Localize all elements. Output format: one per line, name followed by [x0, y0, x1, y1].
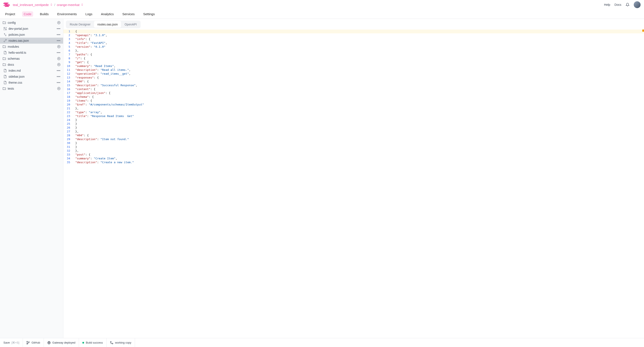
tree-item-label: hello-world.ts — [8, 51, 26, 54]
logo[interactable] — [4, 2, 10, 7]
nav-tab-services[interactable]: Services — [121, 11, 136, 17]
breadcrumb-project[interactable]: teal_irrelevant_centipede — [13, 3, 53, 7]
code-line[interactable]: 26} — [63, 126, 644, 130]
folder-schemas[interactable]: schemas — [0, 56, 63, 62]
more-icon[interactable]: ••• — [57, 75, 60, 78]
code-line[interactable]: 29"description": "Item not found." — [63, 137, 644, 141]
code-line[interactable]: 30} — [63, 141, 644, 145]
help-link[interactable]: Help — [604, 3, 610, 6]
line-number: 4 — [63, 41, 74, 45]
folder-tests[interactable]: tests — [0, 86, 63, 92]
add-icon[interactable] — [57, 57, 60, 60]
code-line[interactable]: 35"description": "Create a new item." — [63, 160, 644, 164]
line-number: 30 — [63, 141, 74, 145]
github-button[interactable]: GitHub — [23, 338, 44, 347]
add-icon[interactable] — [57, 63, 60, 66]
gateway-status[interactable]: Gateway deployed — [44, 338, 79, 347]
nav-tab-settings[interactable]: Settings — [142, 11, 156, 17]
code-line[interactable]: 34"summary": "Create Item", — [63, 156, 644, 160]
tree-item-label: dev-portal.json — [8, 27, 28, 30]
code-line[interactable]: 11"description": "Read all items.", — [63, 68, 644, 72]
code-line[interactable]: 27}, — [63, 130, 644, 134]
code-line[interactable]: 1{ — [63, 30, 644, 33]
docs-link[interactable]: Docs — [614, 3, 621, 6]
code-line[interactable]: 14"200": { — [63, 80, 644, 84]
nav-tab-logs[interactable]: Logs — [84, 11, 94, 17]
code-line[interactable]: 9"get": { — [63, 60, 644, 64]
code-line[interactable]: 24} — [63, 118, 644, 122]
code-line[interactable]: 3"info": { — [63, 37, 644, 41]
file-theme-css[interactable]: theme.css••• — [0, 80, 63, 86]
tab-route-designer[interactable]: Route Designer — [66, 21, 94, 28]
bell-icon[interactable] — [626, 3, 630, 7]
save-button[interactable]: Save [⌘+S] — [0, 338, 23, 347]
editor-tabs: Route Designer routes.oas.json OpenAPI — [63, 19, 644, 28]
build-status[interactable]: Build success — [79, 338, 106, 347]
code-line[interactable]: 4"title": "FastAPI", — [63, 41, 644, 45]
code-editor[interactable]: 1{2"openapi": "3.1.0",3"info": {4"title"… — [63, 28, 644, 338]
more-icon[interactable]: ••• — [57, 33, 60, 36]
avatar[interactable] — [634, 1, 640, 8]
folder-config[interactable]: config — [0, 20, 63, 26]
line-number: 35 — [63, 160, 74, 164]
chevron-updown-icon — [81, 4, 84, 6]
working-copy[interactable]: working copy — [106, 338, 135, 347]
nav-tab-project[interactable]: Project — [4, 11, 17, 17]
line-content: "title": "FastAPI", — [74, 41, 107, 45]
folder-docs[interactable]: docs — [0, 62, 63, 68]
code-line[interactable]: 12"operationId": "read_items__get", — [63, 72, 644, 76]
nav-tab-analytics[interactable]: Analytics — [99, 11, 116, 17]
tab-openapi[interactable]: OpenAPI — [121, 21, 140, 28]
tab-routes-oas[interactable]: routes.oas.json — [94, 21, 121, 28]
code-line[interactable]: 10"summary": "Read Items", — [63, 64, 644, 68]
nav-tab-builds[interactable]: Builds — [38, 11, 50, 17]
code-line[interactable]: 33"post": { — [63, 153, 644, 156]
file-routes-oas-json[interactable]: routes.oas.json••• — [0, 38, 63, 44]
nav-tab-environments[interactable]: Environments — [56, 11, 78, 17]
tree-item-label: modules — [8, 45, 19, 48]
more-icon[interactable]: ••• — [57, 39, 60, 42]
line-number: 21 — [63, 106, 74, 110]
more-icon[interactable]: ••• — [57, 69, 60, 72]
file-tree: configdev-portal.json•••policies.json•••… — [0, 19, 63, 338]
breadcrumb-env[interactable]: orange-meerkat — [57, 3, 84, 7]
line-number: 32 — [63, 149, 74, 153]
code-line[interactable]: 15"description": "Successful Response", — [63, 84, 644, 87]
line-content: "description": "Create a new item." — [74, 160, 134, 164]
code-line[interactable]: 20"$ref": "#/components/schemas/ItemOutp… — [63, 103, 644, 106]
code-line[interactable]: 18"schema": { — [63, 95, 644, 99]
nav-tabs: ProjectCodeBuildsEnvironmentsLogsAnalyti… — [0, 10, 644, 19]
more-icon[interactable]: ••• — [57, 27, 60, 30]
code-line[interactable]: 16"content": { — [63, 87, 644, 91]
code-line[interactable]: 31} — [63, 145, 644, 149]
code-line[interactable]: 32}, — [63, 149, 644, 153]
code-line[interactable]: 7"paths": { — [63, 53, 644, 56]
folder-modules[interactable]: modules — [0, 44, 63, 50]
file-index-md[interactable]: index.md••• — [0, 68, 63, 74]
code-line[interactable]: 8"/": { — [63, 56, 644, 60]
file-dev-portal-json[interactable]: dev-portal.json••• — [0, 26, 63, 32]
code-line[interactable]: 17"application/json": { — [63, 91, 644, 95]
code-line[interactable]: 22"type": "array", — [63, 110, 644, 114]
file-policies-json[interactable]: policies.json••• — [0, 32, 63, 38]
line-content: } — [74, 141, 77, 145]
add-icon[interactable] — [57, 87, 60, 90]
file-sidebar-json[interactable]: sidebar.json••• — [0, 74, 63, 80]
nav-tab-code[interactable]: Code — [22, 11, 33, 17]
code-line[interactable]: 6}, — [63, 49, 644, 53]
code-line[interactable]: 2"openapi": "3.1.0", — [63, 33, 644, 37]
code-line[interactable]: 21}, — [63, 106, 644, 110]
more-icon[interactable]: ••• — [57, 81, 60, 84]
more-icon[interactable]: ••• — [57, 51, 60, 54]
line-content: "version": "0.1.0" — [74, 45, 106, 49]
line-content: "items": { — [74, 99, 92, 103]
add-icon[interactable] — [57, 21, 60, 24]
code-line[interactable]: 28"404": { — [63, 134, 644, 137]
code-line[interactable]: 25} — [63, 122, 644, 126]
add-icon[interactable] — [57, 45, 60, 48]
code-line[interactable]: 13"responses": { — [63, 76, 644, 80]
code-line[interactable]: 5"version": "0.1.0" — [63, 45, 644, 49]
file-hello-world-ts[interactable]: hello-world.ts••• — [0, 50, 63, 56]
code-line[interactable]: 19"items": { — [63, 99, 644, 103]
code-line[interactable]: 23"title": "Response Read Items Get" — [63, 114, 644, 118]
